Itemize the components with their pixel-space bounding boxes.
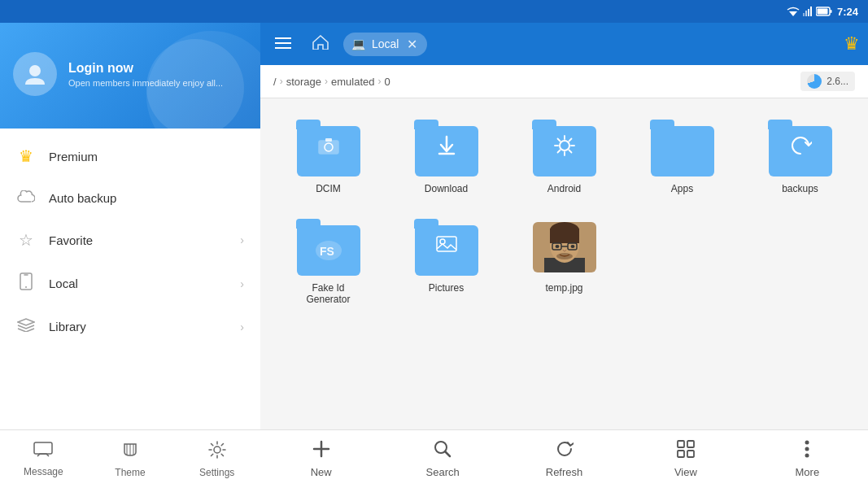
sidebar-item-label: Library	[49, 320, 227, 333]
breadcrumb-emulated[interactable]: emulated	[331, 76, 374, 88]
sidebar-user-info: Login now Open members immediately enjoy…	[68, 61, 223, 88]
storage-text: 2.6...	[827, 76, 848, 87]
svg-point-25	[560, 141, 569, 150]
svg-rect-6	[817, 9, 827, 15]
storage-badge[interactable]: 2.6...	[800, 72, 855, 91]
storage-circle	[807, 74, 822, 89]
svg-text:FS: FS	[320, 245, 334, 258]
sidebar-menu: ♛ Premium Auto backup ☆ Favorite ›	[0, 129, 260, 429]
user-avatar-icon	[23, 62, 47, 86]
toolbar-more[interactable]: More	[747, 430, 868, 488]
file-item-apps[interactable]: Apps	[627, 111, 737, 203]
premium-crown-icon[interactable]: ♛	[844, 33, 860, 54]
svg-point-16	[214, 447, 220, 453]
status-bar: 7:24	[0, 0, 868, 23]
svg-point-40	[570, 245, 574, 248]
view-icon	[677, 440, 695, 463]
sidebar-tab-label: Settings	[199, 467, 234, 478]
folder-icon-fake-id: FS	[296, 219, 361, 276]
hamburger-button[interactable]	[268, 29, 298, 59]
breadcrumb-sep-3: ›	[377, 76, 381, 87]
file-item-fake-id-generator[interactable]: FS Fake Id Generator	[273, 211, 383, 313]
sidebar-bottom-tabs: Message Theme	[0, 429, 260, 488]
backup-icon	[789, 134, 812, 162]
theme-icon	[121, 441, 139, 464]
file-name: temp.jpg	[545, 282, 582, 294]
sidebar-item-label: Favorite	[49, 233, 227, 247]
breadcrumb-storage[interactable]: storage	[286, 76, 321, 88]
folder-icon-pictures	[414, 219, 479, 276]
sidebar-item-auto-backup[interactable]: Auto backup	[0, 177, 260, 219]
svg-rect-28	[437, 237, 456, 251]
folder-icon-apps	[650, 120, 715, 176]
chevron-down-icon: ›	[240, 233, 244, 246]
settings-icon	[208, 441, 226, 464]
svg-rect-3	[808, 9, 809, 16]
svg-rect-2	[805, 11, 807, 16]
avatar	[13, 52, 57, 96]
breadcrumb-root[interactable]: /	[273, 76, 277, 88]
android-settings-icon	[554, 135, 575, 161]
sidebar-tab-message[interactable]: Message	[0, 430, 87, 488]
temp-jpg-image	[533, 222, 596, 272]
file-item-backups[interactable]: backups	[745, 111, 855, 203]
status-time: 7:24	[837, 6, 858, 18]
wifi-icon	[787, 7, 800, 16]
phone-icon	[16, 272, 36, 294]
local-tab[interactable]: 💻 Local ✕	[343, 33, 427, 56]
camera-icon	[318, 137, 339, 159]
toolbar-refresh[interactable]: Refresh	[504, 430, 625, 488]
cloud-icon	[16, 189, 36, 207]
content-area: 💻 Local ✕ ♛ / › storage › emulated › 0 2…	[260, 23, 868, 488]
sidebar-item-library[interactable]: Library ›	[0, 306, 260, 347]
refresh-icon	[556, 440, 574, 463]
sidebar-header[interactable]: Login now Open members immediately enjoy…	[0, 23, 260, 129]
file-name: Fake Id Generator	[292, 282, 365, 305]
tab-close-button[interactable]: ✕	[407, 37, 417, 52]
file-item-pictures[interactable]: Pictures	[391, 211, 501, 313]
new-icon	[312, 440, 330, 463]
file-grid: DCIM Download	[260, 98, 868, 429]
sidebar-tab-settings[interactable]: Settings	[173, 430, 260, 488]
message-icon	[33, 442, 53, 463]
breadcrumb-current[interactable]: 0	[384, 76, 390, 88]
toolbar-new[interactable]: New	[260, 430, 382, 488]
login-title: Login now	[68, 61, 223, 76]
toolbar-view[interactable]: View	[625, 430, 746, 488]
file-item-android[interactable]: Android	[509, 111, 619, 203]
svg-rect-49	[687, 451, 694, 457]
sidebar-item-favorite[interactable]: ☆ Favorite ›	[0, 219, 260, 261]
bottom-toolbar: New Search Refresh	[260, 429, 868, 488]
svg-rect-48	[678, 451, 684, 457]
top-bar: 💻 Local ✕ ♛	[260, 23, 868, 65]
sidebar-tab-label: Message	[24, 466, 63, 477]
toolbar-search[interactable]: Search	[382, 430, 503, 488]
svg-point-51	[805, 447, 809, 451]
download-icon	[436, 135, 457, 161]
pictures-icon	[436, 236, 457, 259]
svg-point-41	[556, 253, 573, 259]
main-layout: Login now Open members immediately enjoy…	[0, 23, 868, 488]
file-item-download[interactable]: Download	[391, 111, 501, 203]
sidebar-tab-theme[interactable]: Theme	[87, 430, 174, 488]
sidebar-item-local[interactable]: Local ›	[0, 261, 260, 306]
svg-rect-7	[830, 10, 831, 13]
folder-icon-download	[414, 120, 479, 176]
signal-icon	[803, 7, 813, 16]
temp-jpg-preview	[532, 219, 597, 276]
file-item-temp-jpg[interactable]: temp.jpg	[509, 211, 619, 313]
svg-rect-4	[810, 7, 812, 16]
breadcrumb: / › storage › emulated › 0 2.6...	[260, 65, 868, 98]
folder-icon-android	[532, 120, 597, 176]
toolbar-label: Refresh	[546, 466, 583, 478]
file-name: backups	[782, 183, 818, 194]
file-name: Apps	[671, 183, 693, 194]
toolbar-label: New	[311, 466, 332, 478]
home-button[interactable]	[306, 32, 335, 57]
file-item-dcim[interactable]: DCIM	[273, 111, 383, 203]
folder-icon-backups	[768, 120, 833, 176]
svg-line-45	[445, 451, 450, 456]
search-icon	[434, 440, 451, 463]
svg-point-11	[25, 286, 27, 288]
battery-icon	[816, 7, 832, 16]
